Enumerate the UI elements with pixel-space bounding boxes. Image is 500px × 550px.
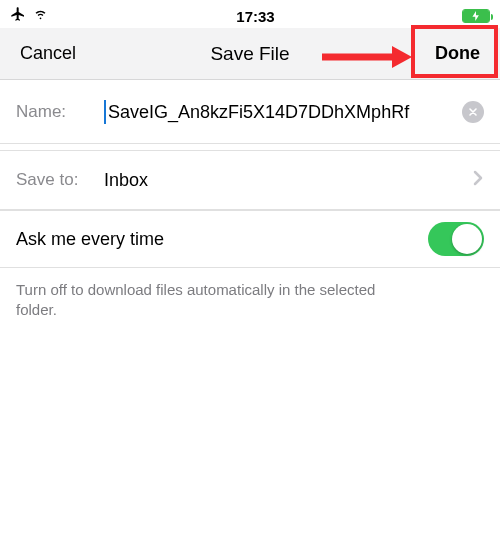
name-row: Name: bbox=[0, 80, 500, 144]
filename-input[interactable] bbox=[104, 100, 462, 124]
toggle-row: Ask me every time bbox=[0, 210, 500, 268]
ask-every-time-toggle[interactable] bbox=[428, 222, 484, 256]
nav-bar: Cancel Save File Done bbox=[0, 28, 500, 80]
airplane-mode-icon bbox=[10, 6, 26, 26]
done-button[interactable]: Done bbox=[412, 37, 492, 70]
hint-text: Turn off to download files automatically… bbox=[0, 268, 420, 333]
wifi-icon bbox=[32, 7, 49, 25]
cancel-button[interactable]: Cancel bbox=[8, 37, 88, 70]
status-bar: 17:33 bbox=[0, 0, 500, 28]
status-time: 17:33 bbox=[236, 8, 274, 25]
status-right-icons bbox=[462, 9, 490, 23]
name-label: Name: bbox=[16, 102, 104, 122]
toggle-label: Ask me every time bbox=[16, 229, 428, 250]
chevron-right-icon bbox=[472, 169, 484, 191]
toggle-knob bbox=[452, 224, 482, 254]
saveto-value: Inbox bbox=[104, 170, 472, 191]
page-title: Save File bbox=[88, 43, 412, 65]
saveto-row[interactable]: Save to: Inbox bbox=[0, 150, 500, 210]
battery-icon bbox=[462, 9, 490, 23]
saveto-label: Save to: bbox=[16, 170, 104, 190]
clear-icon[interactable] bbox=[462, 101, 484, 123]
status-left-icons bbox=[10, 6, 49, 26]
